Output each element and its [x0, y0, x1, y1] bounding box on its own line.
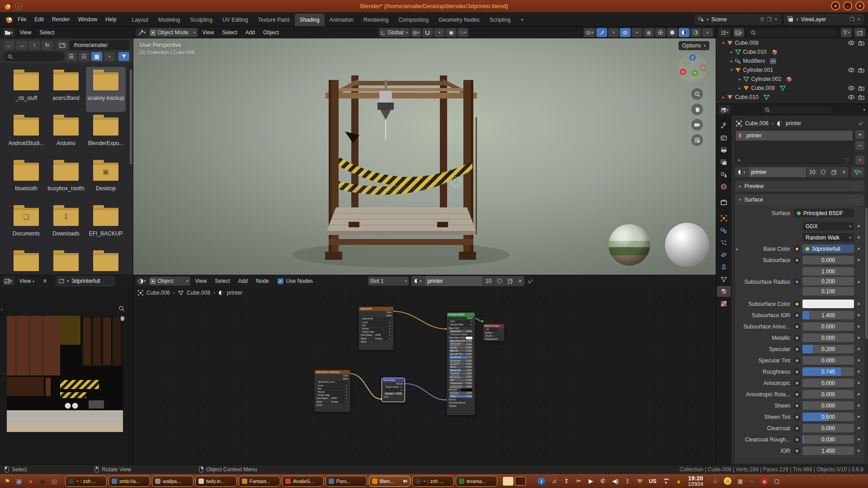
- material-slot-item[interactable]: printer: [736, 131, 853, 141]
- animate-decorator[interactable]: [858, 359, 860, 361]
- task-button[interactable]: ~ : zsh ...: [412, 476, 454, 487]
- dropdown-field[interactable]: Flat▾: [317, 387, 348, 390]
- editor-type-button[interactable]: ▾: [3, 28, 15, 37]
- display-thumbnail-button[interactable]: ▦: [91, 52, 102, 61]
- folder-tile[interactable]: ❏Documents: [6, 202, 46, 248]
- shading-material-button[interactable]: [679, 28, 689, 37]
- color-swatch[interactable]: [466, 337, 473, 339]
- outliner-row[interactable]: ▾Cylinder.001: [716, 66, 868, 75]
- properties-tab-object[interactable]: [717, 213, 731, 224]
- mode-dropdown[interactable]: Object Mode▾: [149, 28, 198, 37]
- upload-icon[interactable]: ↥: [563, 478, 570, 484]
- dropdown-field[interactable]: Repeat▾: [361, 328, 391, 330]
- remove-slot-button[interactable]: −: [855, 141, 864, 150]
- transform-orientation-dropdown[interactable]: Global▾: [379, 28, 410, 37]
- dropdown-field[interactable]: All▾: [486, 328, 502, 331]
- expand-caret[interactable]: ▸: [731, 50, 733, 54]
- value-field[interactable]: 0.100: [802, 287, 854, 296]
- gizmos-toggle[interactable]: [596, 28, 607, 37]
- node-header[interactable]: Normal Map: [382, 378, 405, 382]
- properties-tab-world[interactable]: [717, 181, 731, 192]
- launcher-icon-3[interactable]: ●: [26, 477, 35, 486]
- display-vertical-list-button[interactable]: ☰: [66, 52, 77, 61]
- editor-type-button[interactable]: ▾: [719, 105, 731, 114]
- image-datablock-field[interactable]: 3dprinterfull_norm...: [317, 381, 348, 384]
- outliner-item-label[interactable]: Cylinder.001: [743, 67, 774, 73]
- dropdown-field[interactable]: Linear▾: [317, 384, 348, 387]
- value-field[interactable]: 0.000: [802, 424, 854, 432]
- dropdown-field[interactable]: Random Walk▾: [802, 233, 854, 242]
- close-button[interactable]: ✕: [855, 1, 864, 10]
- task-button[interactable]: twily.in...: [195, 476, 237, 487]
- gizmos-dropdown[interactable]: ▾: [608, 28, 619, 37]
- value-field[interactable]: Principled BSDF: [794, 209, 854, 217]
- orthographic-grid-icon[interactable]: [691, 134, 703, 146]
- display-mode-dropdown[interactable]: ▾: [733, 28, 745, 37]
- value-field[interactable]: IOR1.450: [449, 379, 472, 381]
- expand-caret[interactable]: ▸: [739, 86, 741, 90]
- folder-tile[interactable]: AndroidStudi...: [6, 112, 46, 157]
- image-canvas[interactable]: ›: [0, 287, 133, 465]
- phone-icon[interactable]: ✆: [600, 478, 606, 484]
- value-field[interactable]: Transmission0.000: [449, 382, 472, 385]
- outliner-row[interactable]: ▸Modifiers: [716, 56, 868, 66]
- slot-specials-dropdown[interactable]: ▾: [855, 155, 864, 164]
- expand-icon[interactable]: ▸: [738, 157, 741, 162]
- properties-search-input[interactable]: [761, 105, 833, 114]
- outliner-item-label[interactable]: Cube.010: [743, 49, 767, 55]
- snap-magnet-toggle[interactable]: [422, 28, 433, 37]
- folder-tile[interactable]: bluetooth: [6, 157, 46, 202]
- dropdown-field[interactable]: Straight▾: [374, 337, 391, 340]
- value-field[interactable]: Roughness0.745: [449, 356, 472, 359]
- menu-edit[interactable]: Edit: [30, 14, 48, 24]
- value-field[interactable]: Anisotropic0.000: [449, 359, 472, 362]
- value-field[interactable]: 1.400: [802, 311, 854, 319]
- blender-logo-icon[interactable]: [4, 14, 14, 24]
- animate-decorator[interactable]: [858, 427, 860, 429]
- info-icon[interactable]: i: [538, 477, 545, 485]
- value-field[interactable]: 1.000: [802, 267, 854, 276]
- task-button[interactable]: Pars...: [326, 476, 367, 487]
- overlays-dropdown[interactable]: ▾: [632, 28, 642, 37]
- mesh-data-dropdown[interactable]: ▾: [852, 167, 864, 177]
- node-header[interactable]: Material Output: [483, 324, 504, 328]
- node-material-output[interactable]: Material OutputAll▾SurfaceVolumeDisplace…: [483, 324, 505, 341]
- task-button[interactable]: Fantast...: [239, 476, 280, 487]
- eye-icon[interactable]: [848, 41, 854, 45]
- image-datablock-field[interactable]: 3dprinterfull: [361, 318, 391, 320]
- value-field[interactable]: 0.000: [802, 390, 854, 399]
- shading-solid-button[interactable]: [667, 28, 678, 37]
- properties-tab-tool[interactable]: [717, 120, 731, 131]
- expand-arrow[interactable]: ▸: [736, 247, 741, 251]
- animate-decorator[interactable]: [858, 259, 860, 261]
- shading-rendered-button[interactable]: [690, 28, 701, 37]
- volume-icon[interactable]: ◀): [612, 478, 618, 484]
- node-header[interactable]: Principled BSDF: [447, 313, 475, 317]
- properties-tab-collection[interactable]: [717, 197, 731, 208]
- animate-decorator[interactable]: [858, 248, 860, 250]
- editor-type-button[interactable]: ▾: [719, 28, 731, 37]
- plant-icon[interactable]: ♣: [749, 478, 755, 484]
- value-field[interactable]: Clearcoat Roughness0.030: [449, 375, 472, 378]
- menu-file[interactable]: File: [14, 14, 30, 24]
- filter-button[interactable]: [118, 52, 129, 61]
- camera-icon[interactable]: [858, 86, 864, 91]
- node-header[interactable]: 3dprinterfull_normal.png: [315, 370, 350, 374]
- file-search-input[interactable]: [4, 52, 64, 61]
- menu-render[interactable]: Render: [48, 14, 74, 24]
- launcher-icon-2[interactable]: ▣: [14, 477, 24, 486]
- dropdown-field[interactable]: sRGB▾: [374, 334, 391, 337]
- material-slot-list[interactable]: printer ▸::::: [735, 130, 853, 164]
- dropdown-field[interactable]: Flat▾: [361, 324, 391, 327]
- menu-view[interactable]: View: [16, 28, 36, 38]
- value-field[interactable]: Subsurface0.000: [449, 330, 472, 333]
- value-field[interactable]: Specular Tint0.000: [449, 353, 472, 356]
- value-field[interactable]: Subsurface IOR1.400: [449, 340, 472, 343]
- display-size-dropdown[interactable]: ▾: [104, 52, 115, 61]
- properties-tab-data[interactable]: [717, 274, 731, 285]
- color-swatch[interactable]: [802, 300, 854, 308]
- proportional-editing-toggle[interactable]: ◉: [446, 28, 457, 37]
- value-field[interactable]: Sheen Tint0.500: [449, 369, 472, 372]
- properties-tab-constraints[interactable]: [717, 262, 731, 272]
- value-field[interactable]: 0.000: [802, 401, 854, 410]
